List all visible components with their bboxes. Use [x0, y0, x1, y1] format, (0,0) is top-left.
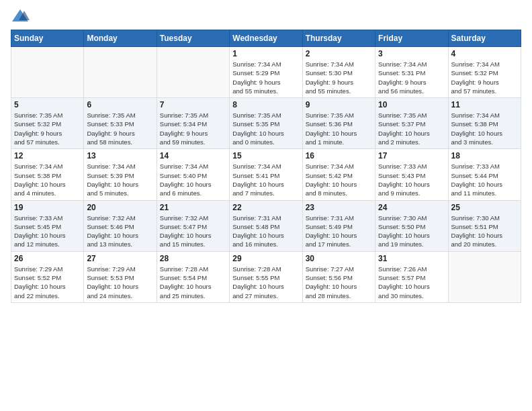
calendar-week-1: 5Sunrise: 7:35 AM Sunset: 5:32 PM Daylig…: [11, 98, 521, 149]
day-number: 11: [451, 100, 518, 109]
calendar-cell: 26Sunrise: 7:29 AM Sunset: 5:52 PM Dayli…: [11, 251, 84, 302]
day-number: 17: [378, 151, 445, 161]
calendar-cell: 30Sunrise: 7:27 AM Sunset: 5:56 PM Dayli…: [302, 251, 375, 302]
day-number: 18: [451, 151, 518, 161]
calendar-cell: 15Sunrise: 7:34 AM Sunset: 5:41 PM Dayli…: [230, 149, 302, 200]
calendar-cell: 12Sunrise: 7:34 AM Sunset: 5:38 PM Dayli…: [11, 149, 84, 200]
day-info: Sunrise: 7:35 AM Sunset: 5:35 PM Dayligh…: [232, 111, 299, 146]
day-number: 2: [306, 49, 372, 58]
calendar-week-3: 19Sunrise: 7:33 AM Sunset: 5:45 PM Dayli…: [11, 200, 521, 251]
day-info: Sunrise: 7:35 AM Sunset: 5:36 PM Dayligh…: [306, 111, 372, 146]
day-info: Sunrise: 7:33 AM Sunset: 5:43 PM Dayligh…: [378, 162, 445, 197]
calendar-header-friday: Friday: [375, 30, 448, 47]
day-number: 25: [451, 203, 518, 212]
day-info: Sunrise: 7:34 AM Sunset: 5:38 PM Dayligh…: [451, 111, 518, 146]
day-number: 3: [378, 49, 445, 58]
day-info: Sunrise: 7:34 AM Sunset: 5:30 PM Dayligh…: [306, 60, 372, 95]
calendar-cell: 20Sunrise: 7:32 AM Sunset: 5:46 PM Dayli…: [84, 200, 157, 251]
day-number: 19: [14, 203, 81, 212]
day-number: 30: [306, 254, 372, 263]
calendar-cell: 14Sunrise: 7:34 AM Sunset: 5:40 PM Dayli…: [157, 149, 229, 200]
day-number: 8: [232, 100, 299, 109]
day-info: Sunrise: 7:35 AM Sunset: 5:37 PM Dayligh…: [378, 111, 445, 146]
calendar-cell: [157, 47, 229, 98]
day-number: 29: [232, 254, 299, 263]
calendar-cell: 5Sunrise: 7:35 AM Sunset: 5:32 PM Daylig…: [11, 98, 84, 149]
day-number: 28: [160, 254, 226, 263]
calendar-table: SundayMondayTuesdayWednesdayThursdayFrid…: [11, 30, 521, 303]
day-info: Sunrise: 7:29 AM Sunset: 5:52 PM Dayligh…: [14, 265, 81, 300]
calendar-cell: 3Sunrise: 7:34 AM Sunset: 5:31 PM Daylig…: [375, 47, 448, 98]
calendar-cell: 2Sunrise: 7:34 AM Sunset: 5:30 PM Daylig…: [302, 47, 375, 98]
calendar-cell: 28Sunrise: 7:28 AM Sunset: 5:54 PM Dayli…: [157, 251, 229, 302]
day-number: 10: [378, 100, 445, 109]
day-number: 24: [378, 203, 445, 212]
day-number: 1: [232, 49, 299, 58]
calendar-week-0: 1Sunrise: 7:34 AM Sunset: 5:29 PM Daylig…: [11, 47, 521, 98]
day-info: Sunrise: 7:34 AM Sunset: 5:31 PM Dayligh…: [378, 60, 445, 95]
day-number: 15: [232, 151, 299, 161]
calendar-header-monday: Monday: [84, 30, 157, 47]
day-info: Sunrise: 7:34 AM Sunset: 5:39 PM Dayligh…: [87, 162, 153, 197]
day-number: 27: [87, 254, 153, 263]
calendar-cell: 11Sunrise: 7:34 AM Sunset: 5:38 PM Dayli…: [448, 98, 521, 149]
day-info: Sunrise: 7:35 AM Sunset: 5:32 PM Dayligh…: [14, 111, 81, 146]
calendar-header-wednesday: Wednesday: [230, 30, 302, 47]
day-info: Sunrise: 7:30 AM Sunset: 5:51 PM Dayligh…: [451, 214, 518, 249]
day-info: Sunrise: 7:35 AM Sunset: 5:34 PM Dayligh…: [160, 111, 226, 146]
day-number: 5: [14, 100, 81, 109]
day-number: 4: [451, 49, 518, 58]
calendar-cell: 10Sunrise: 7:35 AM Sunset: 5:37 PM Dayli…: [375, 98, 448, 149]
calendar-cell: 9Sunrise: 7:35 AM Sunset: 5:36 PM Daylig…: [302, 98, 375, 149]
day-info: Sunrise: 7:32 AM Sunset: 5:47 PM Dayligh…: [160, 214, 226, 249]
day-number: 22: [232, 203, 299, 212]
calendar-cell: 13Sunrise: 7:34 AM Sunset: 5:39 PM Dayli…: [84, 149, 157, 200]
day-number: 21: [160, 203, 226, 212]
day-info: Sunrise: 7:33 AM Sunset: 5:45 PM Dayligh…: [14, 214, 81, 249]
day-info: Sunrise: 7:34 AM Sunset: 5:41 PM Dayligh…: [232, 162, 299, 197]
calendar-cell: 8Sunrise: 7:35 AM Sunset: 5:35 PM Daylig…: [230, 98, 302, 149]
day-info: Sunrise: 7:34 AM Sunset: 5:42 PM Dayligh…: [306, 162, 372, 197]
calendar-header-sunday: Sunday: [11, 30, 84, 47]
calendar-cell: 21Sunrise: 7:32 AM Sunset: 5:47 PM Dayli…: [157, 200, 229, 251]
day-info: Sunrise: 7:34 AM Sunset: 5:40 PM Dayligh…: [160, 162, 226, 197]
day-info: Sunrise: 7:32 AM Sunset: 5:46 PM Dayligh…: [87, 214, 153, 249]
calendar-cell: [448, 251, 521, 302]
day-number: 12: [14, 151, 81, 161]
calendar-cell: 31Sunrise: 7:26 AM Sunset: 5:57 PM Dayli…: [375, 251, 448, 302]
calendar-cell: 19Sunrise: 7:33 AM Sunset: 5:45 PM Dayli…: [11, 200, 84, 251]
day-info: Sunrise: 7:34 AM Sunset: 5:32 PM Dayligh…: [451, 60, 518, 95]
day-info: Sunrise: 7:31 AM Sunset: 5:48 PM Dayligh…: [232, 214, 299, 249]
day-number: 16: [306, 151, 372, 161]
calendar-week-2: 12Sunrise: 7:34 AM Sunset: 5:38 PM Dayli…: [11, 149, 521, 200]
calendar-cell: 1Sunrise: 7:34 AM Sunset: 5:29 PM Daylig…: [230, 47, 302, 98]
calendar-cell: 29Sunrise: 7:28 AM Sunset: 5:55 PM Dayli…: [230, 251, 302, 302]
day-info: Sunrise: 7:27 AM Sunset: 5:56 PM Dayligh…: [306, 265, 372, 300]
day-number: 14: [160, 151, 226, 161]
calendar-cell: 18Sunrise: 7:33 AM Sunset: 5:44 PM Dayli…: [448, 149, 521, 200]
calendar-cell: 6Sunrise: 7:35 AM Sunset: 5:33 PM Daylig…: [84, 98, 157, 149]
calendar-cell: 27Sunrise: 7:29 AM Sunset: 5:53 PM Dayli…: [84, 251, 157, 302]
calendar-header-saturday: Saturday: [448, 30, 521, 47]
day-info: Sunrise: 7:30 AM Sunset: 5:50 PM Dayligh…: [378, 214, 445, 249]
day-number: 31: [378, 254, 445, 263]
calendar-header-row: SundayMondayTuesdayWednesdayThursdayFrid…: [11, 30, 521, 47]
day-info: Sunrise: 7:28 AM Sunset: 5:55 PM Dayligh…: [232, 265, 299, 300]
day-number: 7: [160, 100, 226, 109]
calendar-cell: 23Sunrise: 7:31 AM Sunset: 5:49 PM Dayli…: [302, 200, 375, 251]
calendar-cell: 4Sunrise: 7:34 AM Sunset: 5:32 PM Daylig…: [448, 47, 521, 98]
day-number: 13: [87, 151, 153, 161]
day-info: Sunrise: 7:35 AM Sunset: 5:33 PM Dayligh…: [87, 111, 153, 146]
calendar-week-4: 26Sunrise: 7:29 AM Sunset: 5:52 PM Dayli…: [11, 251, 521, 302]
day-info: Sunrise: 7:28 AM Sunset: 5:54 PM Dayligh…: [160, 265, 226, 300]
page: SundayMondayTuesdayWednesdayThursdayFrid…: [0, 0, 532, 411]
day-info: Sunrise: 7:26 AM Sunset: 5:57 PM Dayligh…: [378, 265, 445, 300]
day-info: Sunrise: 7:29 AM Sunset: 5:53 PM Dayligh…: [87, 265, 153, 300]
day-info: Sunrise: 7:33 AM Sunset: 5:44 PM Dayligh…: [451, 162, 518, 197]
calendar-cell: 22Sunrise: 7:31 AM Sunset: 5:48 PM Dayli…: [230, 200, 302, 251]
calendar-cell: 25Sunrise: 7:30 AM Sunset: 5:51 PM Dayli…: [448, 200, 521, 251]
day-number: 9: [306, 100, 372, 109]
logo-icon: [11, 8, 30, 24]
calendar-header-thursday: Thursday: [302, 30, 375, 47]
day-info: Sunrise: 7:34 AM Sunset: 5:29 PM Dayligh…: [232, 60, 299, 95]
